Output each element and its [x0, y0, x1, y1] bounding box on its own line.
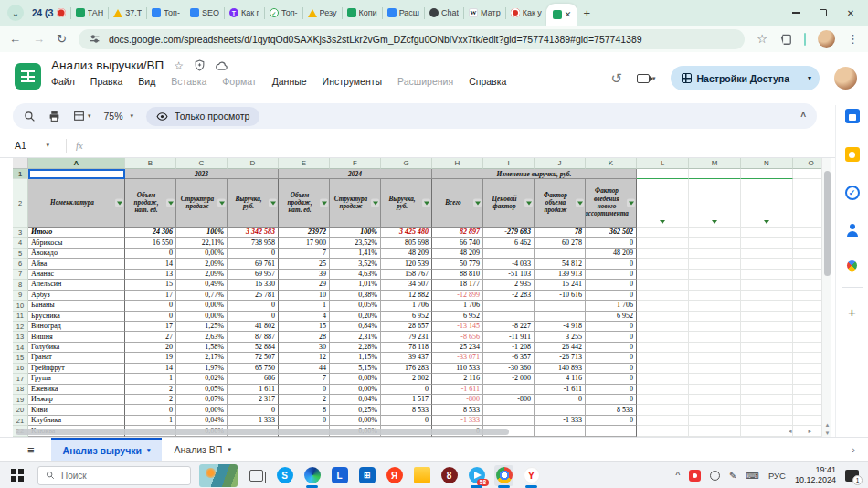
cell[interactable]: 2,09%: [176, 259, 228, 269]
cell-M15[interactable]: [689, 353, 741, 363]
row-header-20[interactable]: 20: [13, 405, 28, 415]
omnibox[interactable]: docs.google.com/spreadsheets/d/1qytqOd0S…: [79, 29, 745, 49]
cell[interactable]: 0: [279, 385, 330, 395]
taskbar-app-yandex[interactable]: Я: [385, 465, 404, 486]
cell[interactable]: -1 333: [535, 416, 586, 426]
horizontal-scrollbar-thumb[interactable]: [16, 429, 509, 435]
cell[interactable]: 0: [535, 395, 586, 405]
cell[interactable]: 39 437: [381, 353, 432, 363]
cell[interactable]: 0: [381, 416, 432, 426]
cell[interactable]: 1: [279, 301, 330, 311]
panel-collapse-icon[interactable]: ›: [852, 444, 855, 455]
cell-N3[interactable]: [741, 228, 793, 238]
row-header-19[interactable]: 19: [13, 395, 28, 405]
menu-расширения[interactable]: Расширения: [397, 76, 453, 87]
browser-tab[interactable]: ТАН: [71, 0, 109, 26]
cell[interactable]: 0,77%: [176, 291, 228, 301]
cell[interactable]: [483, 385, 535, 395]
cell[interactable]: Абрикосы: [28, 238, 125, 248]
cell-L5[interactable]: [637, 249, 689, 259]
cell[interactable]: 7: [279, 249, 330, 259]
cell[interactable]: [483, 249, 535, 259]
cell-N15[interactable]: [741, 353, 793, 363]
close-window-button[interactable]: ✕: [837, 2, 864, 24]
cell[interactable]: 39: [279, 270, 330, 280]
forward-icon[interactable]: →: [33, 32, 45, 46]
column-header-M[interactable]: M: [689, 158, 741, 169]
account-avatar[interactable]: [834, 67, 857, 90]
cell[interactable]: 0: [125, 405, 176, 415]
cell[interactable]: 738 958: [228, 238, 279, 248]
cell[interactable]: [535, 301, 586, 311]
cell-M3[interactable]: [689, 228, 741, 238]
row-header-10[interactable]: 10: [13, 301, 28, 311]
cell-L9[interactable]: [637, 291, 689, 301]
cell[interactable]: 7: [279, 374, 330, 384]
cell-L2[interactable]: [637, 179, 689, 228]
cell[interactable]: 16 550: [125, 238, 176, 248]
cell[interactable]: -2 283: [483, 291, 535, 301]
cell[interactable]: 2 935: [483, 280, 535, 290]
cell[interactable]: Айва: [28, 259, 125, 269]
cell[interactable]: 0: [279, 416, 330, 426]
row-header-14[interactable]: 14: [13, 343, 28, 353]
cell[interactable]: -8 656: [432, 332, 483, 342]
browser-tab[interactable]: 24 (З: [27, 0, 70, 26]
table-column-header[interactable]: Структура продаж: [176, 179, 228, 228]
cell-L4[interactable]: [637, 238, 689, 248]
cell[interactable]: Гранат: [28, 353, 125, 363]
filter-button[interactable]: [473, 199, 482, 207]
cell-M14[interactable]: [689, 343, 741, 353]
cell[interactable]: [535, 426, 586, 436]
cell[interactable]: Итого: [28, 228, 125, 238]
paint-format-icon[interactable]: ▾: [73, 111, 91, 122]
cell-M12[interactable]: [689, 322, 741, 332]
cell[interactable]: 0: [228, 249, 279, 259]
cell[interactable]: 69 761: [228, 259, 279, 269]
cell-L20[interactable]: [637, 405, 689, 415]
cell[interactable]: Арбуз: [28, 291, 125, 301]
cell[interactable]: 15: [279, 322, 330, 332]
cell[interactable]: 2,17%: [176, 353, 228, 363]
column-header-L[interactable]: L: [637, 158, 689, 169]
filter-icon[interactable]: [712, 220, 717, 224]
cell[interactable]: Клубника: [28, 416, 125, 426]
cell[interactable]: -13 145: [432, 322, 483, 332]
vertical-scrollbar-thumb[interactable]: [824, 171, 831, 276]
cell[interactable]: 20: [125, 343, 176, 353]
cell[interactable]: 100%: [330, 228, 381, 238]
cell-L1[interactable]: [637, 169, 689, 179]
table-column-header[interactable]: Ценовой фактор: [483, 179, 535, 228]
column-header-A[interactable]: A: [28, 158, 125, 169]
cell[interactable]: Киви: [28, 405, 125, 415]
cell[interactable]: [535, 249, 586, 259]
cell[interactable]: 1,15%: [330, 353, 381, 363]
cell-L10[interactable]: [637, 301, 689, 311]
taskbar-app-explorer[interactable]: [412, 465, 431, 486]
cell[interactable]: 17: [125, 291, 176, 301]
cell-L19[interactable]: [637, 395, 689, 405]
cell[interactable]: -8 227: [483, 322, 535, 332]
view-mode-button[interactable]: Только просмотр: [146, 107, 259, 126]
cell-L11[interactable]: [637, 312, 689, 322]
cell[interactable]: 0,00%: [176, 405, 228, 415]
browser-tab[interactable]: SEO: [185, 0, 224, 26]
cell[interactable]: 110 533: [432, 364, 483, 374]
browser-menu-icon[interactable]: ⋮: [847, 32, 859, 46]
cell[interactable]: 0,05%: [330, 301, 381, 311]
cell-M20[interactable]: [689, 405, 741, 415]
tray-app-icon[interactable]: [710, 471, 720, 481]
cell-N8[interactable]: [741, 280, 793, 290]
widgets-thumbnail[interactable]: [199, 464, 238, 487]
cell-N20[interactable]: [741, 405, 793, 415]
group-header[interactable]: 2023: [125, 169, 279, 179]
cell[interactable]: 69 957: [228, 270, 279, 280]
cell[interactable]: 22,11%: [176, 238, 228, 248]
cell[interactable]: 30: [279, 343, 330, 353]
tab-collections-icon[interactable]: [779, 33, 792, 46]
cell[interactable]: 1 706: [432, 301, 483, 311]
cell-M22[interactable]: [689, 426, 741, 436]
cell[interactable]: 0,04%: [176, 416, 228, 426]
start-button[interactable]: [11, 469, 24, 482]
cell[interactable]: 3 342 583: [228, 228, 279, 238]
